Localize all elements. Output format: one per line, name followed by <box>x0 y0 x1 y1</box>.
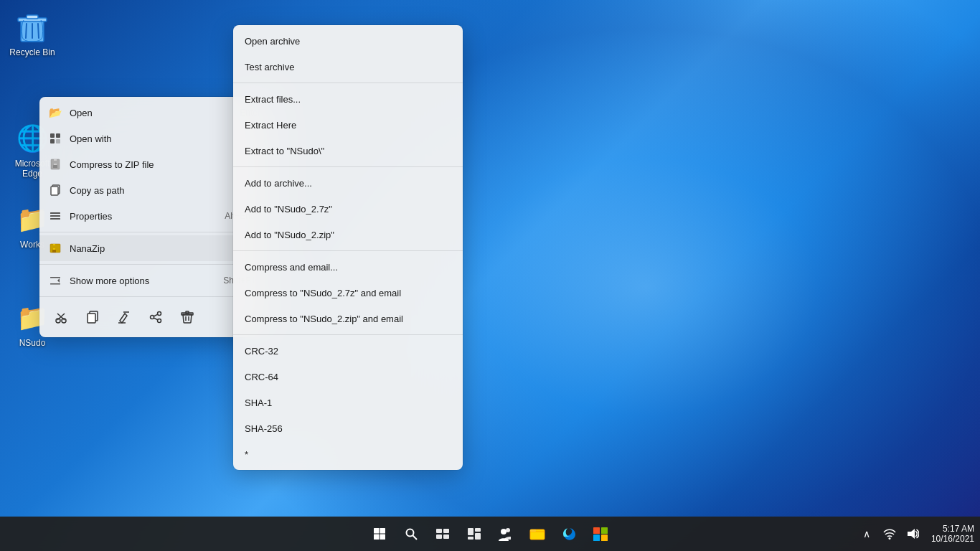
svg-rect-46 <box>374 534 380 540</box>
tray-chevron[interactable]: ∧ <box>857 524 877 544</box>
submenu-compress-zip-email[interactable]: Compress to "NSudo_2.zip" and email <box>233 306 463 331</box>
submenu-crc64-label: CRC-64 <box>245 372 278 382</box>
network-icon[interactable] <box>880 524 900 544</box>
svg-rect-61 <box>530 529 536 532</box>
store-button[interactable] <box>586 519 615 548</box>
submenu-crc32-label: CRC-32 <box>245 346 278 357</box>
submenu-compress-email[interactable]: Compress and email... <box>233 254 463 280</box>
submenu-add-archive-label: Add to archive... <box>245 178 312 189</box>
task-view-button[interactable] <box>428 519 457 548</box>
ctx-show-more-label: Show more options <box>70 276 216 286</box>
submenu-add-7z[interactable]: Add to "NSudo_2.7z" <box>233 196 463 222</box>
svg-point-37 <box>151 316 154 319</box>
submenu-extract-here-label: Extract Here <box>245 120 296 131</box>
submenu-star-label: * <box>245 449 248 460</box>
ctx-cut-btn[interactable] <box>48 304 74 330</box>
submenu-compress-email-label: Compress and email... <box>245 262 338 273</box>
ctx-open-label: Open <box>70 108 232 118</box>
submenu-sha256-label: SHA-256 <box>245 423 283 434</box>
svg-rect-55 <box>475 528 481 532</box>
ctx-open-icon: 📂 <box>48 105 62 120</box>
submenu-sep-4 <box>233 334 463 335</box>
submenu-extract-here[interactable]: Extract Here <box>233 112 463 138</box>
ctx-properties-icon <box>48 209 62 223</box>
submenu-add-7z-label: Add to "NSudo_2.7z" <box>245 204 332 215</box>
submenu-add-zip-label: Add to "NSudo_2.zip" <box>245 230 334 240</box>
recycle-bin-icon[interactable]: Recycle Bin <box>4 7 61 60</box>
teams-button[interactable] <box>491 519 520 548</box>
file-explorer-button[interactable] <box>523 519 552 548</box>
svg-rect-2 <box>27 15 38 19</box>
submenu-sha1[interactable]: SHA-1 <box>233 390 463 415</box>
submenu-extract-files-label: Extract files... <box>245 94 301 105</box>
svg-rect-52 <box>436 534 442 539</box>
svg-rect-51 <box>443 529 449 533</box>
svg-rect-12 <box>54 161 57 163</box>
submenu-extract-to-label: Extract to "NSudo\" <box>245 146 324 156</box>
submenu-crc64[interactable]: CRC-64 <box>233 364 463 390</box>
search-button[interactable] <box>397 519 425 548</box>
svg-rect-64 <box>593 534 600 541</box>
submenu-extract-to[interactable]: Extract to "NSudo\" <box>233 138 463 164</box>
svg-rect-26 <box>50 283 60 285</box>
ctx-nanazip-label: NanaZip <box>70 243 250 254</box>
svg-line-3 <box>26 24 27 38</box>
submenu-crc32[interactable]: CRC-32 <box>233 338 463 364</box>
ctx-rename-btn[interactable] <box>111 304 137 330</box>
clock-date: 10/16/2021 <box>931 534 974 544</box>
submenu-sha1-label: SHA-1 <box>245 397 272 408</box>
edge-taskbar-button[interactable] <box>555 519 583 548</box>
svg-rect-47 <box>380 534 386 540</box>
svg-point-48 <box>407 529 414 537</box>
svg-point-66 <box>888 537 890 540</box>
recycle-bin-image <box>15 10 50 44</box>
system-tray: ∧ 5:17 AM 10/16/2021 <box>857 521 980 547</box>
svg-rect-19 <box>50 218 60 220</box>
ctx-properties-label: Properties <box>70 211 217 222</box>
svg-rect-25 <box>50 277 60 278</box>
svg-rect-14 <box>53 165 57 168</box>
svg-rect-6 <box>50 133 55 138</box>
volume-icon[interactable] <box>903 524 923 544</box>
svg-rect-11 <box>54 159 57 161</box>
svg-rect-53 <box>443 534 449 539</box>
submenu-add-archive[interactable]: Add to archive... <box>233 170 463 196</box>
taskbar: ∧ 5:17 AM 10/16/2021 <box>0 517 980 551</box>
nsudo-label: NSudo <box>19 338 46 348</box>
svg-point-35 <box>158 312 161 316</box>
submenu-sep-3 <box>233 250 463 251</box>
submenu-open-archive-label: Open archive <box>245 36 300 47</box>
widgets-button[interactable] <box>460 519 489 548</box>
svg-rect-50 <box>436 529 442 533</box>
start-button[interactable] <box>365 519 394 548</box>
svg-marker-67 <box>908 529 915 539</box>
ctx-compress-zip-label: Compress to ZIP file <box>70 159 260 170</box>
submenu-add-zip[interactable]: Add to "NSudo_2.zip" <box>233 222 463 248</box>
svg-line-5 <box>38 24 39 38</box>
svg-line-49 <box>413 536 418 540</box>
submenu-sha256[interactable]: SHA-256 <box>233 415 463 441</box>
svg-line-39 <box>154 318 158 320</box>
svg-rect-56 <box>468 537 473 540</box>
ctx-delete-btn[interactable] <box>174 304 200 330</box>
svg-point-59 <box>501 529 507 534</box>
submenu-compress-7z-email-label: Compress to "NSudo_2.7z" and email <box>245 288 401 298</box>
ctx-show-more-icon <box>48 273 62 288</box>
submenu-compress-zip-email-label: Compress to "NSudo_2.zip" and email <box>245 314 403 324</box>
ctx-open-with-icon <box>48 131 62 146</box>
submenu-compress-7z-email[interactable]: Compress to "NSudo_2.7z" and email <box>233 280 463 306</box>
ctx-copy-btn[interactable] <box>80 304 105 330</box>
submenu-extract-files[interactable]: Extract files... <box>233 86 463 112</box>
ctx-share-btn[interactable] <box>143 304 169 330</box>
recycle-bin-label: Recycle Bin <box>9 47 55 57</box>
ctx-copy-path-icon <box>48 183 62 197</box>
submenu-open-archive[interactable]: Open archive <box>233 28 463 54</box>
ctx-copy-path-label: Copy as path <box>70 185 260 196</box>
submenu-sep-1 <box>233 83 463 83</box>
submenu-test-archive[interactable]: Test archive <box>233 54 463 80</box>
svg-rect-8 <box>50 139 55 143</box>
submenu-star[interactable]: * <box>233 441 463 467</box>
system-clock[interactable]: 5:17 AM 10/16/2021 <box>925 521 980 547</box>
svg-rect-16 <box>51 187 58 195</box>
nanazip-submenu: Open archive Test archive Extract files.… <box>233 25 463 470</box>
